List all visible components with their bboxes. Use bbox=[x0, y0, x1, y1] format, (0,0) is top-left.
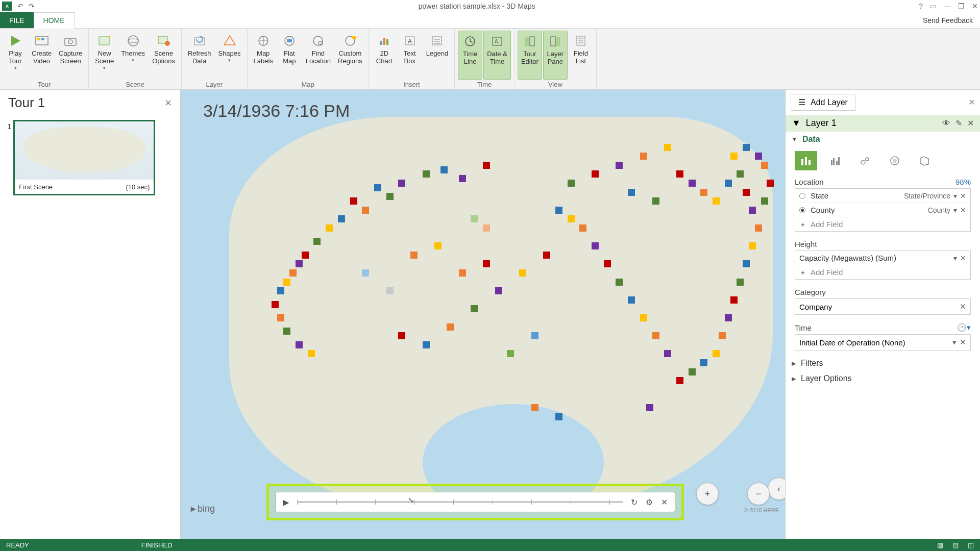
data-point[interactable] bbox=[725, 180, 732, 187]
data-point[interactable] bbox=[628, 296, 635, 304]
text-box-button[interactable]: AText Box bbox=[398, 31, 422, 80]
data-point[interactable] bbox=[296, 260, 303, 267]
data-point[interactable] bbox=[289, 269, 297, 277]
data-point[interactable] bbox=[277, 287, 284, 294]
data-point[interactable] bbox=[689, 368, 696, 375]
data-point[interactable] bbox=[398, 332, 405, 339]
radio-icon[interactable] bbox=[799, 207, 805, 213]
maximize-icon[interactable]: ❐ bbox=[958, 2, 965, 10]
data-point[interactable] bbox=[531, 332, 538, 339]
data-point[interactable] bbox=[386, 287, 394, 294]
new-scene-button[interactable]: ✦New Scene▾ bbox=[92, 31, 117, 80]
send-feedback-link[interactable]: Send Feedback bbox=[916, 12, 980, 28]
tour-editor-button[interactable]: Tour Editor bbox=[518, 31, 542, 80]
add-layer-button[interactable]: ☰ Add Layer bbox=[791, 94, 855, 111]
minimize-icon[interactable]: — bbox=[944, 2, 951, 10]
date-time-button[interactable]: ADate & Time bbox=[483, 31, 511, 80]
viz-bubble-icon[interactable] bbox=[854, 151, 876, 170]
remove-field-icon[interactable]: ✕ bbox=[960, 302, 966, 311]
remove-field-icon[interactable]: ✕ bbox=[960, 254, 966, 262]
timeline-close-icon[interactable]: ✕ bbox=[661, 497, 668, 507]
time-line-button[interactable]: Time Line bbox=[458, 31, 482, 80]
time-field[interactable]: Initial Date of Operation (None) ▾ ✕ bbox=[795, 334, 971, 350]
zoom-out-button[interactable]: − bbox=[747, 483, 770, 505]
data-point[interactable] bbox=[713, 350, 720, 357]
field-list-button[interactable]: Field List bbox=[569, 31, 593, 80]
remove-field-icon[interactable]: ✕ bbox=[960, 192, 966, 200]
data-point[interactable] bbox=[374, 184, 381, 191]
2d-chart-button[interactable]: 2D Chart bbox=[372, 31, 397, 80]
data-point[interactable] bbox=[447, 323, 454, 331]
timeline-loop-icon[interactable]: ↻ bbox=[631, 497, 638, 507]
data-point[interactable] bbox=[459, 175, 466, 182]
data-point[interactable] bbox=[296, 341, 303, 348]
data-point[interactable] bbox=[616, 162, 623, 169]
data-point[interactable] bbox=[749, 242, 756, 249]
timeline-play-icon[interactable]: ▶ bbox=[283, 497, 289, 507]
data-point[interactable] bbox=[519, 269, 526, 277]
find-location-button[interactable]: Find Location bbox=[303, 31, 334, 80]
data-point[interactable] bbox=[531, 404, 538, 411]
location-row-county[interactable]: County County ▾ ✕ bbox=[795, 203, 970, 217]
timeline-settings-icon[interactable]: ⚙ bbox=[646, 497, 653, 507]
data-point[interactable] bbox=[664, 350, 671, 357]
data-point[interactable] bbox=[640, 314, 647, 321]
data-point[interactable] bbox=[423, 341, 430, 348]
close-icon[interactable]: ✕ bbox=[972, 2, 978, 10]
data-point[interactable] bbox=[689, 180, 696, 187]
data-point[interactable] bbox=[543, 252, 550, 259]
data-point[interactable] bbox=[483, 224, 490, 232]
undo-icon[interactable]: ↶ bbox=[17, 2, 23, 10]
data-point[interactable] bbox=[676, 170, 683, 178]
data-point[interactable] bbox=[459, 269, 466, 277]
data-point[interactable] bbox=[676, 377, 683, 384]
layer-pane-button[interactable]: Layer Pane bbox=[543, 31, 568, 80]
data-point[interactable] bbox=[495, 287, 502, 294]
data-point[interactable] bbox=[423, 170, 430, 178]
remove-field-icon[interactable]: ✕ bbox=[960, 338, 966, 347]
data-point[interactable] bbox=[592, 242, 599, 249]
section-data[interactable]: ▼Data bbox=[786, 132, 980, 147]
data-point[interactable] bbox=[568, 180, 575, 187]
data-point[interactable] bbox=[646, 404, 653, 411]
map-canvas[interactable]: 3/14/1936 7:16 PM ▸bing © 2016 HERE ˄ ‹ … bbox=[181, 90, 785, 539]
data-point[interactable] bbox=[283, 279, 290, 286]
tab-home[interactable]: HOME bbox=[34, 12, 75, 29]
data-point[interactable] bbox=[483, 260, 490, 267]
data-point[interactable] bbox=[283, 328, 290, 335]
location-row-state[interactable]: State State/Province ▾ ✕ bbox=[795, 189, 970, 203]
data-point[interactable] bbox=[440, 166, 448, 173]
data-point[interactable] bbox=[713, 197, 720, 205]
data-point[interactable] bbox=[737, 170, 744, 178]
shapes-button[interactable]: Shapes▾ bbox=[215, 31, 243, 80]
data-point[interactable] bbox=[719, 332, 726, 339]
collapse-icon[interactable]: ▼ bbox=[792, 118, 801, 129]
data-point[interactable] bbox=[664, 144, 671, 151]
data-point[interactable] bbox=[761, 162, 768, 169]
data-point[interactable] bbox=[743, 260, 750, 267]
viz-stacked-column-icon[interactable] bbox=[795, 151, 817, 170]
visibility-icon[interactable]: 👁 bbox=[942, 119, 950, 128]
data-point[interactable] bbox=[326, 224, 333, 232]
data-point[interactable] bbox=[640, 153, 647, 160]
capture-screen-button[interactable]: Capture Screen bbox=[56, 31, 85, 80]
data-point[interactable] bbox=[555, 413, 562, 420]
data-point[interactable] bbox=[471, 215, 478, 222]
data-point[interactable] bbox=[730, 153, 738, 160]
refresh-data-button[interactable]: Refresh Data bbox=[185, 31, 214, 80]
data-point[interactable] bbox=[434, 242, 442, 249]
data-point[interactable] bbox=[362, 207, 369, 214]
view-pagebreak-icon[interactable]: ◫ bbox=[968, 541, 974, 549]
height-field[interactable]: Capacity (Megawatts) (Sum) ▾ ✕ bbox=[795, 251, 970, 265]
section-filters[interactable]: ▶Filters bbox=[786, 356, 980, 371]
geocode-pct[interactable]: 98% bbox=[955, 178, 971, 186]
data-point[interactable] bbox=[767, 180, 774, 187]
data-point[interactable] bbox=[700, 189, 707, 196]
height-add-field[interactable]: + Add Field bbox=[795, 265, 970, 279]
viz-clustered-column-icon[interactable] bbox=[824, 151, 847, 170]
data-point[interactable] bbox=[555, 207, 562, 214]
radio-icon[interactable] bbox=[799, 193, 805, 199]
data-point[interactable] bbox=[743, 189, 750, 196]
data-point[interactable] bbox=[568, 215, 575, 222]
data-point[interactable] bbox=[652, 332, 659, 339]
